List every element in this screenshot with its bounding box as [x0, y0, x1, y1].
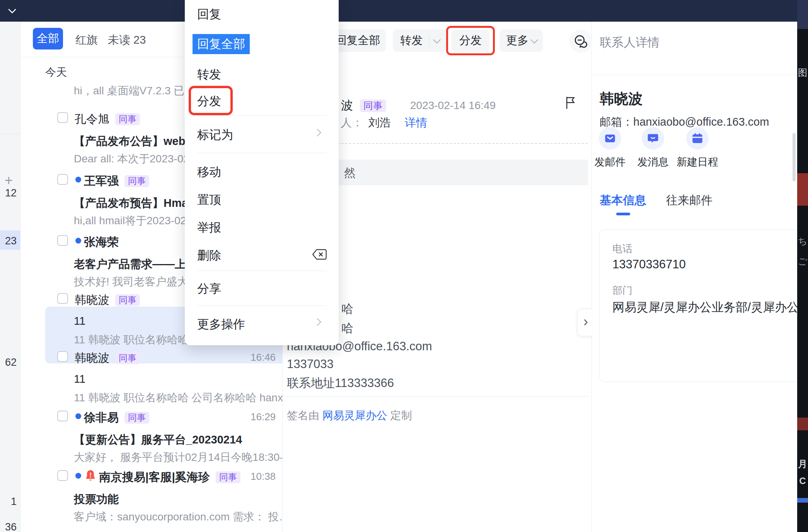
detail-link[interactable]: 详情	[405, 115, 427, 131]
menu-item-move[interactable]: 移动	[197, 164, 221, 180]
tab-flagged[interactable]: 红旗	[75, 32, 98, 48]
flag-icon[interactable]	[564, 95, 577, 111]
email-sender: 孔令旭	[75, 111, 109, 127]
basic-info-card: 电话 13370336710 部门 网易灵犀/灵犀办公业务部/灵犀办公/技术	[599, 229, 797, 382]
colleague-badge: 同事	[360, 99, 386, 112]
panel-title: 联系人详情	[600, 34, 660, 51]
body-line: 哈	[341, 301, 353, 317]
unread-dot	[75, 177, 81, 182]
tab-unread[interactable]: 未读 23	[108, 32, 146, 48]
forward-button[interactable]: 转发	[393, 29, 446, 52]
email-checkbox[interactable]	[57, 112, 68, 123]
body-line: 联系地址113333366	[287, 375, 394, 391]
send-message-action[interactable]: 发消息	[632, 127, 674, 169]
background-glyph: C	[797, 476, 808, 486]
scrollbar-thumb[interactable]	[793, 133, 796, 181]
signature-suffix: 定制	[387, 409, 412, 421]
recipient-name: 刘浩	[368, 115, 391, 131]
folder-count[interactable]: 12	[5, 187, 17, 199]
submenu-chevron-icon	[314, 318, 321, 326]
group-header-today: 今天	[45, 65, 67, 80]
urgent-bell-icon	[84, 469, 97, 483]
menu-item-forward[interactable]: 转发	[197, 66, 221, 83]
contact-detail-panel: 联系人详情 韩晓波 邮箱：hanxiaobo@office.163.com 发邮…	[592, 22, 797, 532]
mail-app-window: + 12 23 62 1 36 全部 红旗 未读 23 今天 hi，all 桌面…	[0, 0, 797, 532]
send-message-label: 发消息	[632, 155, 674, 169]
quote-text: 然	[344, 165, 356, 181]
add-folder-button[interactable]: +	[5, 172, 13, 189]
menu-divider	[197, 305, 326, 306]
recipient-label: 人：	[341, 115, 363, 131]
chevron-down-icon[interactable]	[9, 6, 15, 13]
signature-brand-link[interactable]: 网易灵犀办公	[322, 409, 387, 421]
email-checkbox[interactable]	[57, 235, 68, 246]
calendar-icon[interactable]	[686, 127, 709, 150]
tab-all[interactable]: 全部	[33, 28, 63, 49]
folder-count[interactable]: 1	[11, 496, 17, 508]
envelope-icon[interactable]	[599, 127, 621, 150]
menu-item-report[interactable]: 举报	[197, 220, 221, 236]
menu-item-share[interactable]: 分享	[197, 281, 221, 297]
forward-label: 转发	[401, 33, 423, 48]
background-thumbnail	[797, 173, 808, 206]
more-label: 更多	[506, 33, 528, 48]
chevron-down-icon	[530, 36, 538, 44]
backspace-icon	[312, 248, 327, 262]
new-event-action[interactable]: 新建日程	[676, 127, 719, 169]
menu-item-pin[interactable]: 置顶	[197, 192, 221, 208]
email-time: 16:29	[251, 411, 276, 423]
submenu-chevron-icon	[314, 129, 321, 136]
email-subject: 11	[74, 373, 296, 385]
send-mail-action[interactable]: 发邮件	[589, 127, 631, 169]
window-titlebar	[0, 0, 797, 22]
colleague-badge: 同事	[216, 471, 240, 483]
body-line: 哈	[341, 320, 353, 336]
background-glyph: ち	[797, 235, 808, 247]
folder-count[interactable]: 36	[5, 521, 17, 532]
unread-dot	[75, 238, 81, 244]
phone-value: 13370336710	[612, 257, 797, 271]
email-snippet: 客户域：sanyoucorporation.com 需求： 投…	[74, 510, 296, 524]
email-sender: 南京搜易|客服|奚海珍	[99, 469, 210, 485]
annotation-box-menu-distribute	[189, 86, 233, 115]
menu-item-reply[interactable]: 回复	[197, 6, 221, 22]
reply-all-label: 回复全部	[336, 33, 380, 48]
menu-item-more-operations[interactable]: 更多操作	[197, 316, 245, 332]
signature-prefix: 签名由	[287, 409, 322, 421]
email-checkbox[interactable]	[57, 411, 68, 421]
tab-basic-info[interactable]: 基本信息	[600, 193, 646, 208]
folder-count[interactable]: 62	[5, 356, 17, 368]
email-label: 邮箱：	[600, 116, 633, 128]
menu-item-delete[interactable]: 删除	[197, 247, 221, 264]
unread-dot	[75, 413, 81, 419]
email-sender: 王军强	[84, 173, 119, 189]
more-button[interactable]: 更多	[499, 29, 543, 52]
rail-divider	[0, 134, 20, 134]
email-checkbox[interactable]	[57, 174, 68, 185]
chevron-down-icon[interactable]	[433, 36, 441, 44]
email-subject: 【更新公告】服务平台_20230214	[74, 432, 296, 448]
email-sender: 徐非易	[84, 410, 119, 426]
colleague-badge: 同事	[115, 113, 140, 125]
email-checkbox[interactable]	[57, 351, 68, 362]
tab-mail-history[interactable]: 往来邮件	[666, 193, 713, 208]
colleague-badge: 同事	[115, 294, 140, 306]
chevron-right-icon: ›	[583, 314, 588, 330]
email-checkbox[interactable]	[57, 293, 68, 304]
colleague-badge: 同事	[124, 412, 149, 424]
email-checkbox[interactable]	[57, 470, 68, 481]
signature-line: 签名由 网易灵犀办公 定制	[287, 408, 412, 423]
department-value: 网易灵犀/灵犀办公业务部/灵犀办公/技术	[612, 299, 797, 315]
background-glyph: 图	[797, 66, 808, 79]
chat-icon[interactable]	[642, 127, 664, 150]
unread-dot	[75, 473, 81, 479]
chat-bubbles-icon[interactable]	[569, 30, 592, 53]
folder-count-selected[interactable]: 23	[5, 235, 17, 247]
message-date: 2023-02-14 16:49	[410, 99, 496, 112]
send-mail-label: 发邮件	[589, 155, 631, 169]
menu-item-mark-as[interactable]: 标记为	[197, 127, 233, 143]
email-sender: 韩晓波	[75, 350, 109, 366]
phone-label: 电话	[612, 242, 632, 256]
body-line: 1337033	[287, 357, 334, 371]
menu-item-reply-all[interactable]: 回复全部	[193, 34, 250, 54]
